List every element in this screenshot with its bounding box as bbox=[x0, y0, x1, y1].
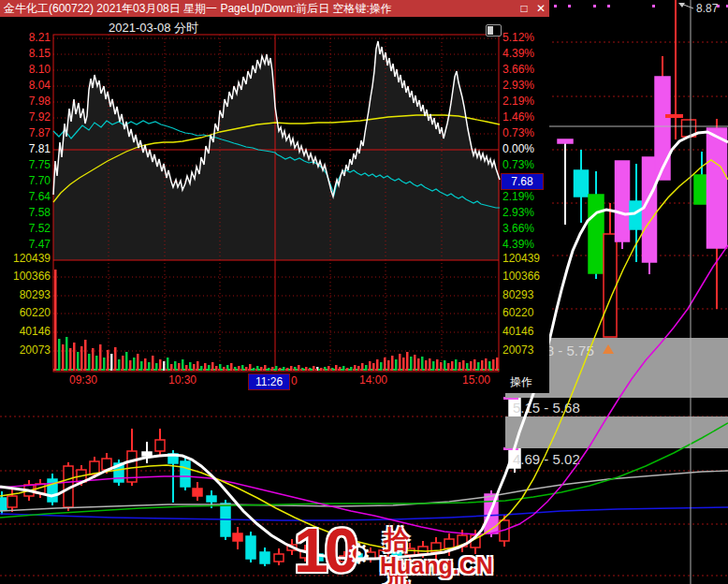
close-button[interactable]: ✕ bbox=[532, 2, 549, 15]
overlay-index-label[interactable]: 上证指数 bbox=[206, 20, 255, 36]
percent-axis-label: 5.12% bbox=[502, 32, 534, 44]
volume-axis-label: 120439 bbox=[2, 253, 51, 265]
price-axis-label: 8.10 bbox=[2, 64, 51, 76]
price-axis-label: 7.58 bbox=[2, 207, 51, 219]
time-axis-label: 15:00 bbox=[462, 374, 490, 387]
percent-axis-label: 1.46% bbox=[502, 111, 534, 124]
price-axis-label: 7.92 bbox=[2, 111, 51, 124]
time-axis-label: 09:30 bbox=[69, 374, 97, 387]
percent-axis-label: 2.19% bbox=[502, 191, 534, 203]
panel-toggle-icon[interactable] bbox=[486, 24, 502, 36]
volume-axis-label: 40146 bbox=[2, 326, 51, 338]
volume-axis-label: 80293 bbox=[2, 289, 51, 301]
intraday-chart bbox=[0, 0, 549, 393]
time-cursor-tag: 11:26 bbox=[248, 373, 290, 390]
percent-axis-label: 0.73% bbox=[502, 127, 534, 139]
price-axis-label: 7.98 bbox=[2, 95, 51, 108]
volume-axis-label-right: 60220 bbox=[502, 307, 533, 319]
chart-date-period: 2021-03-08 分时 bbox=[109, 20, 198, 36]
percent-axis-label: 2.93% bbox=[502, 207, 534, 219]
percent-axis-label: 0.73% bbox=[502, 159, 534, 171]
percent-axis-label: 4.39% bbox=[502, 48, 534, 60]
price-axis-label: 7.47 bbox=[2, 239, 51, 251]
percent-axis-label: 3.66% bbox=[502, 223, 534, 235]
volume-axis-label-right: 120439 bbox=[502, 253, 540, 265]
volume-axis-label: 100366 bbox=[2, 270, 51, 283]
current-price-tag: 7.68 bbox=[501, 173, 544, 190]
volume-axis-label-right: 80293 bbox=[502, 289, 533, 301]
intraday-window: 金牛化工(600722) 2021年03月08日 星期一 PageUp/Down… bbox=[0, 0, 549, 393]
price-axis-label: 7.81 bbox=[2, 143, 51, 155]
title-bar[interactable]: 金牛化工(600722) 2021年03月08日 星期一 PageUp/Down… bbox=[0, 0, 549, 17]
price-axis-label: 7.52 bbox=[2, 223, 51, 235]
volume-axis-label-right: 40146 bbox=[502, 326, 533, 338]
volume-axis-label-right: 20073 bbox=[502, 344, 533, 357]
price-axis-label: 7.64 bbox=[2, 191, 51, 203]
gear-icon: ⚙ bbox=[346, 537, 371, 570]
percent-axis-label: 3.66% bbox=[502, 64, 534, 76]
price-axis-label: 7.70 bbox=[2, 175, 51, 187]
volume-axis-label-right: 100366 bbox=[502, 270, 540, 283]
price-axis-label: 7.87 bbox=[2, 127, 51, 139]
percent-axis-label: 4.39% bbox=[502, 239, 534, 251]
window-title: 金牛化工(600722) 2021年03月08日 星期一 PageUp/Down… bbox=[0, 1, 516, 17]
price-axis-label: 8.21 bbox=[2, 32, 51, 44]
price-axis-label: 8.15 bbox=[2, 48, 51, 60]
volume-axis-label: 20073 bbox=[2, 344, 51, 357]
day-high-label: 8.87 bbox=[696, 2, 719, 15]
percent-axis-label: 2.93% bbox=[502, 80, 534, 92]
watermark-domain: Huang.CN bbox=[380, 552, 493, 579]
time-axis-label: 14:00 bbox=[359, 374, 387, 387]
time-label-partial: 0 bbox=[291, 374, 298, 387]
volume-axis-label: 60220 bbox=[2, 307, 51, 319]
action-menu-label[interactable]: 操作 bbox=[510, 374, 532, 390]
maximize-button[interactable]: □ bbox=[516, 2, 532, 15]
percent-axis-label: 0.00% bbox=[502, 143, 534, 155]
price-zone-label: 5.15 - 5.68 bbox=[513, 400, 580, 416]
price-axis-label: 7.75 bbox=[2, 159, 51, 171]
percent-axis-label: 2.19% bbox=[502, 95, 534, 108]
time-axis-label: 10:30 bbox=[168, 374, 197, 387]
screen: 5.28 - 5.755.15 - 5.684.69 - 5.028.87 10… bbox=[0, 0, 728, 584]
price-axis-label: 8.04 bbox=[2, 80, 51, 92]
stock-name: 金牛化工 bbox=[53, 20, 102, 36]
